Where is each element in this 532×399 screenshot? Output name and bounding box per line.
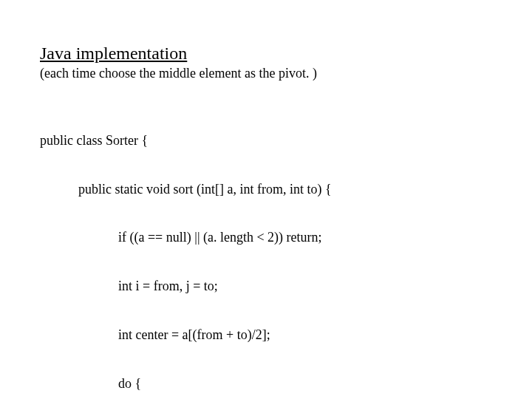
code-line: do { (118, 376, 532, 392)
code-line: int i = from, j = to; (118, 279, 532, 295)
code-line: if ((a == null) || (a. length < 2)) retu… (118, 230, 532, 246)
code-line: public static void sort (int[] a, int fr… (78, 182, 532, 198)
code-line: int center = a[(from + to)/2]; (118, 327, 532, 344)
document-page: Java implementation (each time choose th… (0, 0, 532, 399)
page-title: Java implementation (40, 43, 532, 64)
page-subtitle: (each time choose the middle element as … (40, 66, 532, 81)
code-block: public class Sorter { public static void… (40, 100, 532, 399)
code-line: public class Sorter { (40, 133, 532, 149)
